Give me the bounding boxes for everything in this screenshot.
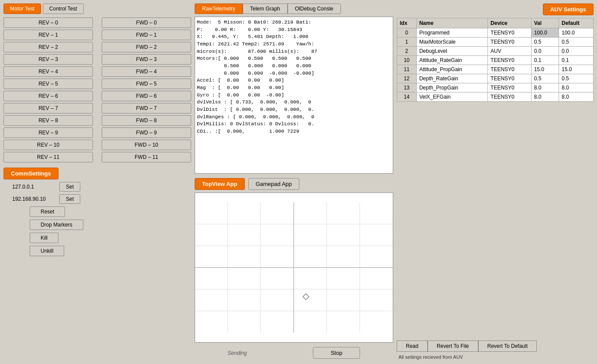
table-row: 12Depth_RateGainTEENSY00.50.5 [397,74,594,83]
rev-btn-8[interactable]: REV – 8 [3,115,93,126]
cell-val[interactable]: 100.0 [531,28,559,38]
auv-status-text: All settings recieved from AUV [397,354,594,361]
cell-val[interactable]: 0.5 [531,74,559,83]
revert-file-button[interactable]: Revert To File [428,340,478,352]
left-tab-bar: Motor Test Control Test [3,3,191,14]
fwd-btn-6[interactable]: FWD – 6 [102,91,191,101]
ip2-label: 192.168.90.10 [12,196,56,202]
sending-label: Sending [228,350,247,356]
fwd-btn-0[interactable]: FWD – 0 [102,17,191,28]
fwd-btn-11[interactable]: FWD – 11 [102,152,191,162]
drop-markers-button[interactable]: Drop Markers [30,220,83,230]
fwd-btn-5[interactable]: FWD – 5 [102,79,191,89]
cell-val[interactable]: 0.5 [531,38,559,47]
cell-val[interactable]: 0.0 [531,47,559,56]
cell-device: AUV [488,47,532,56]
col-idx: Idx [397,18,417,28]
cell-default: 0.0 [559,47,593,56]
rev-btn-3[interactable]: REV – 3 [3,54,93,65]
stop-button[interactable]: Stop [313,347,360,359]
tab-ol-debug[interactable]: OlDebug Consle [288,3,341,14]
cell-val[interactable]: 8.0 [531,83,559,93]
cell-default: 0.1 [559,56,593,65]
table-row: 1MaxMotorScaleTEENSY00.50.5 [397,38,594,47]
cell-val[interactable]: 15.0 [531,65,559,74]
rev-btn-9[interactable]: REV – 9 [3,127,93,138]
read-button[interactable]: Read [397,340,428,352]
cell-idx: 0 [397,28,417,38]
fwd-btn-8[interactable]: FWD – 8 [102,115,191,126]
table-row: 2DebugLevelAUV0.00.0 [397,47,594,56]
col-device: Device [488,18,532,28]
rev-btn-5[interactable]: REV – 5 [3,79,93,89]
table-row: 11Attitude_PropGainTEENSY015.015.0 [397,65,594,74]
cell-idx: 14 [397,93,417,102]
topview-bar: TopView App Gamepad App [195,178,393,190]
cell-idx: 13 [397,83,417,93]
fwd-btn-3[interactable]: FWD – 3 [102,54,191,65]
auv-btn-row: Read Revert To File Revert To Default [397,340,594,352]
rev-btn-1[interactable]: REV – 1 [3,30,93,40]
fwd-btn-2[interactable]: FWD – 2 [102,42,191,52]
cell-default: 0.5 [559,38,593,47]
reset-button[interactable]: Reset [30,206,65,217]
tab-control-test[interactable]: Control Test [43,3,84,14]
middle-tab-bar: RawTelemetry Telem Graph OlDebug Consle [195,3,393,14]
cell-name: Attitude_PropGain [416,65,487,74]
cell-val[interactable]: 8.0 [531,93,559,102]
fwd-btn-9[interactable]: FWD – 9 [102,127,191,138]
cell-default: 100.0 [559,28,593,38]
svg-marker-12 [303,294,309,300]
revert-default-button[interactable]: Revert To Default [478,340,537,352]
rev-btn-7[interactable]: REV – 7 [3,103,93,113]
set1-button[interactable]: Set [59,182,80,192]
cell-name: Depth_PropGain [416,83,487,93]
cell-idx: 1 [397,38,417,47]
topview-canvas [195,192,393,343]
rev-btn-10[interactable]: REV – 10 [3,140,93,150]
fwd-btn-10[interactable]: FWD – 10 [102,140,191,150]
cell-name: Depth_RateGain [416,74,487,83]
cell-device: TEENSY0 [488,65,532,74]
table-row: 14VelX_EFGainTEENSY08.08.0 [397,93,594,102]
auv-settings-button[interactable]: AUV Settings [543,3,594,15]
rev-btn-11[interactable]: REV – 11 [3,152,93,162]
rev-btn-4[interactable]: REV – 4 [3,66,93,77]
auv-settings-table-container: Idx Name Device Val Default 0ProgrammedT… [397,18,594,338]
fwd-btn-4[interactable]: FWD – 4 [102,66,191,77]
comm-settings-button[interactable]: CommSettings [3,168,58,179]
ip2-row: 192.168.90.10 Set [12,194,80,204]
cell-name: VelX_EFGain [416,93,487,102]
kill-button[interactable]: Kill [30,233,58,243]
gamepad-app-button[interactable]: Gamepad App [248,178,299,190]
cell-name: MaxMotorScale [416,38,487,47]
rev-btn-2[interactable]: REV – 2 [3,42,93,52]
cell-device: TEENSY0 [488,93,532,102]
topview-app-button[interactable]: TopView App [195,178,245,190]
table-row: 10Attitude_RateGainTEENSY00.10.1 [397,56,594,65]
set2-button[interactable]: Set [59,194,80,204]
cell-device: TEENSY0 [488,56,532,65]
col-name: Name [416,18,487,28]
fwd-btn-1[interactable]: FWD – 1 [102,30,191,40]
cell-name: Programmed [416,28,487,38]
cell-val[interactable]: 0.1 [531,56,559,65]
cell-default: 15.0 [559,65,593,74]
cell-device: TEENSY0 [488,74,532,83]
table-row: 13Depth_PropGainTEENSY08.08.0 [397,83,594,93]
unkill-button[interactable]: Unkill [30,246,64,256]
tab-telem-graph[interactable]: Telem Graph [243,3,288,14]
cell-device: TEENSY0 [488,38,532,47]
fwd-btn-7[interactable]: FWD – 7 [102,103,191,113]
cell-name: Attitude_RateGain [416,56,487,65]
rev-btn-0[interactable]: REV – 0 [3,17,93,28]
cell-device: TEENSY0 [488,83,532,93]
telemetry-display: Mode: 5 Misson: 0 Bat0: 268.219 Bat1: P:… [195,17,393,174]
tab-motor-test[interactable]: Motor Test [3,3,41,14]
cell-idx: 2 [397,47,417,56]
cell-default: 8.0 [559,83,593,93]
tab-raw-telemetry[interactable]: RawTelemetry [195,3,243,14]
rev-btn-6[interactable]: REV – 6 [3,91,93,101]
auv-settings-table: Idx Name Device Val Default 0ProgrammedT… [397,18,594,102]
table-row: 0ProgrammedTEENSY0100.0100.0 [397,28,594,38]
